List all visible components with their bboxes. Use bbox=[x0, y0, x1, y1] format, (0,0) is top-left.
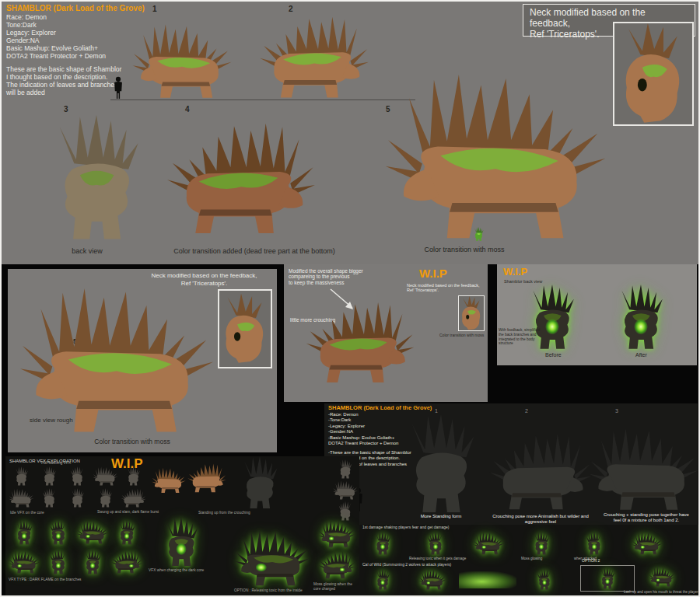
feedback-note: Neck modified based on the feedback, Ref… bbox=[407, 283, 486, 293]
vfx-sketch bbox=[65, 466, 90, 486]
pose-number-3: 3 bbox=[615, 408, 618, 414]
concept-number-2: 2 bbox=[289, 5, 293, 14]
scale-figure bbox=[113, 76, 124, 100]
info-line: DOTA2 Treant Protector + Demon bbox=[6, 52, 145, 60]
pose-number-2: 2 bbox=[525, 408, 528, 414]
action-caption-1: 1st damage shaking players fear and get … bbox=[362, 525, 449, 530]
creature-side-view-rough bbox=[11, 286, 222, 435]
info-line: Gender:NA bbox=[6, 37, 145, 44]
shape-note: Modified the overall shape bigger compar… bbox=[289, 268, 382, 285]
option2-box bbox=[580, 565, 635, 592]
action-thumb bbox=[590, 567, 625, 589]
vfx-sketch bbox=[332, 459, 359, 479]
concept-sheet: SHAMBLOR (Dark Load of the Grove) Race: … bbox=[0, 0, 700, 597]
info-line: Race: Demon bbox=[6, 13, 145, 21]
vfx-note-8: Moss glowing when the core charged bbox=[313, 582, 359, 591]
info-line: Legacy: Explorer bbox=[6, 29, 145, 37]
action-caption-3: Moss glowing bbox=[521, 557, 542, 560]
small-green-critter bbox=[473, 227, 485, 241]
vfx-glow-thumb bbox=[9, 550, 40, 574]
desc-line: I thought based on the description. bbox=[6, 73, 145, 81]
pose-caption-2: Crouching pose more Animalish but wilder… bbox=[482, 514, 599, 525]
rider-sketch bbox=[187, 463, 226, 494]
creature-color-transition bbox=[166, 115, 316, 243]
pose-number-1: 1 bbox=[435, 408, 438, 414]
caption-back-view: back view bbox=[48, 247, 126, 255]
desc-line: These are the basic shape of Shamblor bbox=[6, 65, 145, 73]
caption-color-transition: Color transition added (dead tree part a… bbox=[138, 247, 371, 255]
vfx-note-6: OPTION : Releasing toxic from the inside bbox=[234, 588, 303, 593]
info-line: Basic Mashup: Evolve Goliath+ bbox=[6, 44, 145, 52]
side-view-panel: Neck modified based on the feedback, Ref… bbox=[8, 269, 277, 452]
action-caption-5: Cal of Wild (Summoning 2 wolves to attac… bbox=[362, 563, 451, 567]
wip-label: W.I.P bbox=[419, 267, 447, 280]
top-panel: SHAMBLOR (Dark Load of the Grove) Race: … bbox=[2, 2, 698, 264]
pose-standing bbox=[398, 414, 484, 514]
vfx-glow-thumb bbox=[43, 520, 74, 545]
character-title: SHAMBLOR (Dark Load of the Grove) bbox=[328, 405, 432, 412]
vfx-sketch bbox=[93, 488, 118, 508]
action-thumb bbox=[366, 532, 400, 555]
vfx-glow-thumb bbox=[77, 550, 108, 574]
action-thumb bbox=[366, 569, 400, 590]
pose-caption-3: Crouching + standing pose together have … bbox=[603, 512, 690, 523]
neck-ref-frame-small bbox=[218, 289, 272, 368]
neck-ref-frame bbox=[613, 22, 694, 126]
action-caption-6: Lash up and open his mouth to threat the… bbox=[624, 590, 698, 594]
creature-concept-1 bbox=[128, 23, 236, 100]
vfx-sketch bbox=[332, 501, 359, 521]
action-thumb bbox=[524, 532, 558, 555]
actions-panel: 1st damage shaking players fear and get … bbox=[359, 525, 698, 595]
toxic-gas-sketch bbox=[459, 571, 516, 588]
neck-ref-frame-mini bbox=[458, 295, 485, 331]
rider-sketch bbox=[152, 467, 186, 494]
creature-concept-2 bbox=[249, 16, 380, 100]
label-after: After bbox=[635, 352, 647, 358]
vfx-note-3: Idle VFX on the core bbox=[10, 511, 44, 515]
vfx-sketch bbox=[9, 466, 34, 486]
ground-line bbox=[110, 100, 415, 100]
spiky-silhouette bbox=[231, 456, 289, 509]
vfx-glow-thumb bbox=[315, 551, 359, 579]
caption-moss: Color transition with moss bbox=[375, 246, 554, 253]
info-line: Tone:Dark bbox=[6, 21, 145, 29]
shape-update-panel: Modified the overall shape bigger compar… bbox=[284, 264, 488, 402]
creature-crouching bbox=[306, 292, 415, 393]
vfx-note-5: VFX when charging the dark core bbox=[149, 568, 217, 573]
vfx-glow-thumb bbox=[111, 550, 142, 574]
triceratops-head-sketch bbox=[219, 291, 271, 367]
vfx-glow-thumb bbox=[43, 550, 74, 574]
label-before: Before bbox=[545, 352, 562, 358]
feedback-note-line1: Neck modified based on the feedback, bbox=[140, 272, 268, 279]
back-view-note: With feedback, simplified the back branc… bbox=[499, 328, 544, 346]
option2-label: OPTION 2 bbox=[582, 559, 600, 564]
vfx-sketch bbox=[332, 480, 359, 500]
action-thumb bbox=[642, 567, 681, 587]
action-caption-2: Releasing toxic when it gets damage bbox=[409, 557, 468, 560]
vfx-note-1: Full swelling VFX bbox=[41, 461, 71, 466]
action-thumb bbox=[577, 532, 611, 555]
action-thumb bbox=[418, 532, 453, 555]
frame-caption: Color transition with moss bbox=[439, 333, 494, 338]
action-thumb bbox=[415, 569, 450, 590]
triceratops-head-sketch bbox=[614, 23, 692, 124]
desc-line: The indication of leaves and branches bbox=[6, 81, 145, 89]
pose-caption-1: More Standing form bbox=[394, 514, 488, 519]
vfx-sketch bbox=[93, 466, 118, 486]
vfx-sketch bbox=[37, 466, 62, 486]
character-title: SHAMBLOR (Dark Load of the Grove) bbox=[6, 4, 145, 13]
vfx-sketch bbox=[9, 488, 34, 508]
creature-back-after bbox=[607, 285, 674, 350]
vfx-panel: SHAMBLOR VFX EXPLORATION W.I.P Full swel… bbox=[5, 456, 359, 595]
back-view-subtitle: Shamblor back view bbox=[504, 279, 542, 284]
pose-crouching bbox=[489, 428, 592, 515]
vfx-sketch bbox=[121, 466, 146, 486]
vfx-glow-large-1 bbox=[150, 517, 212, 567]
concept-number-4: 4 bbox=[185, 105, 190, 114]
poses-panel: SHAMBLOR (Dark Load of the Grove) -Race:… bbox=[324, 403, 698, 525]
vfx-sketch bbox=[121, 488, 146, 508]
vfx-note-7: VFX TYPE : DARK FLAME on the branches bbox=[9, 578, 82, 582]
wip-label: W.I.P bbox=[503, 267, 527, 278]
vfx-sketch bbox=[65, 488, 90, 508]
vfx-note-4: Standing up from the crouching bbox=[198, 511, 250, 515]
